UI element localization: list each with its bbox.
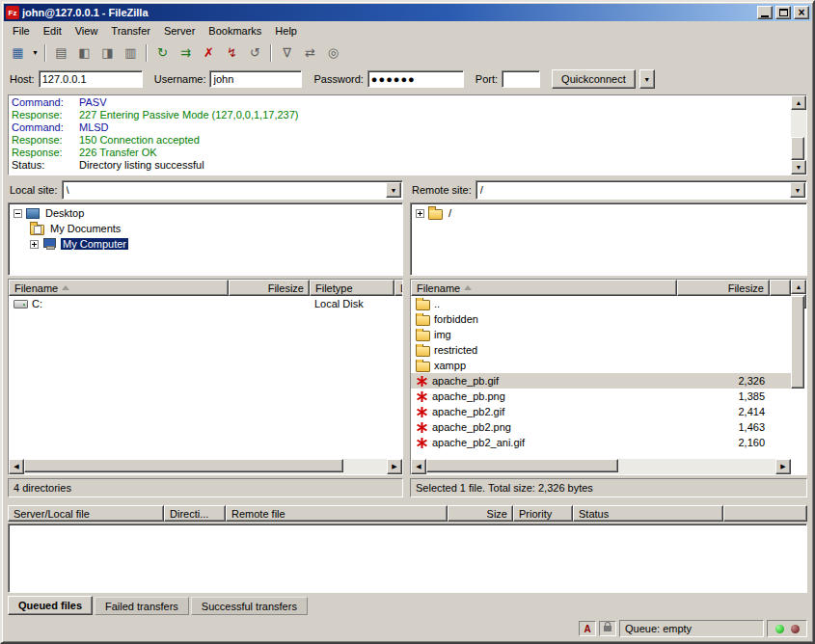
remote-directory-tree[interactable]: / — [410, 202, 807, 276]
scroll-left-icon[interactable]: ◀ — [9, 459, 24, 474]
tree-item-my-computer[interactable]: My Computer — [9, 236, 402, 252]
toggle-remote-tree-icon[interactable]: ◨ — [96, 42, 119, 64]
remote-pane: Remote site: / ▼ / Filename Filesize — [410, 179, 807, 497]
scrollbar-track[interactable] — [791, 110, 806, 160]
remote-status-bar: Selected 1 file. Total size: 2,326 bytes — [410, 478, 807, 497]
remote-list-row[interactable]: xampp — [411, 358, 791, 373]
expand-icon[interactable] — [416, 209, 424, 218]
toggle-queue-icon[interactable]: ▥ — [120, 42, 142, 64]
scrollbar-thumb[interactable] — [426, 459, 618, 472]
remote-vertical-scrollbar[interactable]: ▲ ▼ — [791, 280, 806, 309]
tab-queued-files[interactable]: Queued files — [8, 596, 93, 615]
tree-item-my-documents[interactable]: My Documents — [9, 221, 402, 236]
quickconnect-dropdown-icon[interactable]: ▼ — [639, 69, 655, 89]
data-type-indicator-icon[interactable]: A — [579, 621, 596, 636]
menu-bookmarks[interactable]: Bookmarks — [202, 23, 268, 39]
site-manager-dropdown-icon[interactable]: ▼ — [30, 42, 41, 64]
transfer-queue-list[interactable] — [8, 523, 807, 593]
menu-edit[interactable]: Edit — [37, 23, 68, 39]
local-directory-tree[interactable]: Desktop My Documents My Computer — [8, 202, 403, 276]
remote-list-row[interactable]: img — [411, 327, 791, 342]
log-vertical-scrollbar[interactable]: ▲ ▼ — [791, 95, 806, 174]
log-line: Status:Directory listing successful — [12, 159, 788, 172]
filter-icon[interactable]: ∇ — [276, 42, 298, 64]
remote-list-row[interactable]: apache_pb2_ani.gif 2,160 — [411, 435, 791, 450]
menu-file[interactable]: File — [6, 23, 37, 39]
scrollbar-track[interactable] — [24, 459, 387, 474]
remote-list-row[interactable]: .. — [411, 296, 791, 311]
remote-site-combobox[interactable]: / ▼ — [475, 180, 807, 200]
find-icon[interactable]: ◎ — [322, 42, 344, 64]
compare-icon[interactable]: ⇄ — [299, 42, 321, 64]
remote-list-row[interactable]: apache_pb2.png 1,463 — [411, 419, 791, 435]
my-computer-icon — [42, 238, 57, 250]
title-bar[interactable]: Fz john@127.0.0.1 - FileZilla × — [4, 4, 811, 21]
remote-list-row[interactable]: restricted — [411, 342, 791, 358]
tree-item-desktop[interactable]: Desktop — [9, 205, 402, 221]
scroll-right-icon[interactable]: ▶ — [387, 459, 402, 474]
maximize-button[interactable] — [775, 6, 791, 19]
toggle-message-log-icon[interactable]: ▤ — [50, 42, 72, 64]
scrollbar-thumb[interactable] — [791, 296, 804, 389]
pane-splitter[interactable] — [403, 179, 410, 497]
scroll-up-icon[interactable]: ▲ — [791, 95, 806, 110]
minimize-button[interactable] — [757, 6, 773, 19]
local-site-combobox[interactable]: \ ▼ — [62, 180, 403, 200]
combo-dropdown-icon[interactable]: ▼ — [386, 182, 401, 198]
port-input[interactable] — [502, 70, 540, 88]
host-input[interactable] — [39, 70, 143, 88]
scrollbar-thumb[interactable] — [24, 459, 343, 472]
menu-server[interactable]: Server — [157, 23, 202, 39]
tab-failed-transfers[interactable]: Failed transfers — [95, 597, 189, 615]
disconnect-icon[interactable]: ↯ — [221, 42, 243, 64]
column-header-last-modified[interactable]: L — [394, 280, 402, 296]
close-button[interactable]: × — [794, 6, 809, 19]
process-queue-icon[interactable]: ⇉ — [175, 42, 197, 64]
column-header-server-local-file[interactable]: Server/Local file — [8, 505, 164, 522]
reconnect-icon[interactable]: ↺ — [244, 42, 266, 64]
local-list-row[interactable]: C: Local Disk — [9, 296, 402, 311]
local-horizontal-scrollbar[interactable]: ◀ ▶ — [9, 459, 402, 474]
remote-list-row[interactable]: forbidden — [411, 311, 791, 327]
remote-list-row[interactable]: apache_pb2.gif 2,414 — [411, 404, 791, 419]
column-header-filename[interactable]: Filename — [9, 280, 229, 296]
scroll-right-icon[interactable]: ▶ — [775, 459, 791, 474]
scroll-left-icon[interactable]: ◀ — [411, 459, 426, 474]
password-input[interactable] — [367, 70, 464, 88]
site-manager-icon[interactable]: ▦ — [7, 42, 29, 64]
column-header-filename[interactable]: Filename — [411, 280, 677, 296]
scrollbar-track[interactable] — [426, 459, 775, 474]
scroll-up-icon[interactable]: ▲ — [791, 280, 806, 294]
scrollbar-thumb[interactable] — [791, 137, 804, 160]
menu-transfer[interactable]: Transfer — [104, 23, 157, 39]
menu-help[interactable]: Help — [268, 23, 304, 39]
quickconnect-button[interactable]: Quickconnect — [552, 69, 636, 89]
cancel-icon[interactable]: ✗ — [198, 42, 220, 64]
combo-dropdown-icon[interactable]: ▼ — [790, 182, 805, 198]
collapse-icon[interactable] — [14, 209, 22, 218]
encryption-indicator-icon[interactable] — [599, 621, 616, 636]
column-header-direction[interactable]: Directi... — [164, 505, 226, 522]
tree-item-root[interactable]: / — [411, 205, 806, 221]
remote-list-row-selected[interactable]: apache_pb.gif 2,326 — [411, 373, 791, 389]
column-header-status[interactable]: Status — [573, 505, 723, 522]
menu-view[interactable]: View — [68, 23, 105, 39]
column-header-size[interactable]: Size — [448, 505, 513, 522]
column-header-remote-file[interactable]: Remote file — [226, 505, 448, 522]
column-header-filesize[interactable]: Filesize — [229, 280, 310, 296]
local-file-list: Filename Filesize Filetype L C: Local Di… — [8, 279, 403, 475]
window-title: john@127.0.0.1 - FileZilla — [22, 7, 754, 18]
scroll-down-icon[interactable]: ▼ — [791, 160, 806, 174]
column-header-priority[interactable]: Priority — [513, 505, 573, 522]
sort-ascending-icon — [62, 285, 69, 290]
desktop-icon — [26, 208, 40, 219]
toggle-local-tree-icon[interactable]: ◧ — [73, 42, 95, 64]
column-header-filetype[interactable]: Filetype — [310, 280, 394, 296]
column-header-filesize[interactable]: Filesize — [677, 280, 770, 296]
remote-horizontal-scrollbar[interactable]: ◀ ▶ — [411, 459, 791, 474]
tab-successful-transfers[interactable]: Successful transfers — [191, 597, 308, 615]
username-input[interactable] — [209, 70, 302, 88]
refresh-icon[interactable]: ↻ — [151, 42, 174, 64]
expand-icon[interactable] — [30, 240, 39, 249]
remote-list-row[interactable]: apache_pb.png 1,385 — [411, 389, 791, 404]
